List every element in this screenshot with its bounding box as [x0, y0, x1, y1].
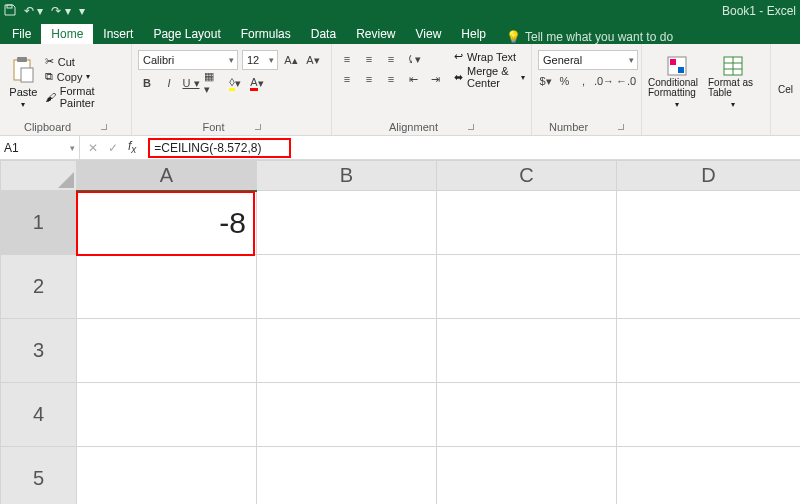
- group-styles: Conditional Formatting ▾ Format as Table…: [642, 44, 770, 135]
- name-box[interactable]: A1: [0, 136, 80, 159]
- align-center-icon[interactable]: ≡: [360, 70, 378, 88]
- row-header-3[interactable]: 3: [1, 319, 77, 383]
- cell-c1[interactable]: [437, 191, 617, 255]
- tab-page-layout[interactable]: Page Layout: [143, 24, 230, 44]
- merge-label: Merge & Center: [467, 65, 517, 89]
- launcher-icon[interactable]: [101, 124, 107, 130]
- tell-me[interactable]: 💡 Tell me what you want to do: [506, 30, 673, 44]
- launcher-icon[interactable]: [255, 124, 261, 130]
- save-icon[interactable]: [4, 4, 16, 19]
- align-bottom-icon[interactable]: ≡: [382, 50, 400, 68]
- tab-insert[interactable]: Insert: [93, 24, 143, 44]
- indent-inc-icon[interactable]: ⇥: [426, 70, 444, 88]
- spreadsheet-grid[interactable]: A B C D 1 -8 2 3 4 5: [0, 160, 800, 504]
- undo-icon[interactable]: ↶ ▾: [24, 4, 43, 18]
- italic-button[interactable]: I: [160, 74, 178, 92]
- row-header-1[interactable]: 1: [1, 191, 77, 255]
- cell-a5[interactable]: [77, 447, 257, 505]
- percent-icon[interactable]: %: [557, 72, 572, 90]
- merge-center-button[interactable]: ⬌Merge & Center▾: [454, 65, 525, 89]
- wrap-text-button[interactable]: ↩Wrap Text: [454, 50, 525, 63]
- cell-d3[interactable]: [617, 319, 801, 383]
- cell-c3[interactable]: [437, 319, 617, 383]
- tab-help[interactable]: Help: [451, 24, 496, 44]
- copy-button[interactable]: ⧉Copy▾: [45, 70, 125, 83]
- copy-icon: ⧉: [45, 70, 53, 83]
- cell-b5[interactable]: [257, 447, 437, 505]
- conditional-label: Conditional Formatting: [648, 78, 706, 98]
- bold-button[interactable]: B: [138, 74, 156, 92]
- format-painter-button[interactable]: 🖌Format Painter: [45, 85, 125, 109]
- cut-button[interactable]: ✂Cut: [45, 55, 125, 68]
- cell-d2[interactable]: [617, 255, 801, 319]
- col-header-a[interactable]: A: [77, 161, 257, 191]
- launcher-icon[interactable]: [468, 124, 474, 130]
- col-header-b[interactable]: B: [257, 161, 437, 191]
- cell-b4[interactable]: [257, 383, 437, 447]
- svg-rect-0: [7, 5, 12, 8]
- tab-file[interactable]: File: [2, 24, 41, 44]
- border-button[interactable]: ▦ ▾: [204, 74, 222, 92]
- cell-b2[interactable]: [257, 255, 437, 319]
- currency-icon[interactable]: $▾: [538, 72, 553, 90]
- tab-data[interactable]: Data: [301, 24, 346, 44]
- align-right-icon[interactable]: ≡: [382, 70, 400, 88]
- group-clipboard-label: Clipboard: [24, 121, 71, 133]
- cell-c5[interactable]: [437, 447, 617, 505]
- select-all-corner[interactable]: [1, 161, 77, 191]
- cell-a4[interactable]: [77, 383, 257, 447]
- align-left-icon[interactable]: ≡: [338, 70, 356, 88]
- col-header-c[interactable]: C: [437, 161, 617, 191]
- align-middle-icon[interactable]: ≡: [360, 50, 378, 68]
- cell-a3[interactable]: [77, 319, 257, 383]
- conditional-formatting-button[interactable]: Conditional Formatting ▾: [648, 46, 706, 118]
- group-font: Calibri 12 A▴ A▾ B I U ▾ ▦ ▾ ◊▾ A▾ Font: [132, 44, 332, 135]
- increase-font-icon[interactable]: A▴: [282, 51, 300, 69]
- cell-c2[interactable]: [437, 255, 617, 319]
- paste-button[interactable]: Paste ▾: [6, 46, 41, 118]
- svg-rect-2: [17, 57, 27, 62]
- row-header-4[interactable]: 4: [1, 383, 77, 447]
- cell-b3[interactable]: [257, 319, 437, 383]
- fill-color-button[interactable]: ◊▾: [226, 74, 244, 92]
- font-color-button[interactable]: A▾: [248, 74, 266, 92]
- indent-dec-icon[interactable]: ⇤: [404, 70, 422, 88]
- cell-b1[interactable]: [257, 191, 437, 255]
- cell-d5[interactable]: [617, 447, 801, 505]
- comma-icon[interactable]: ,: [576, 72, 591, 90]
- orientation-icon[interactable]: ⤹▾: [404, 50, 422, 68]
- cell-d4[interactable]: [617, 383, 801, 447]
- increase-decimal-icon[interactable]: .0→: [595, 72, 613, 90]
- tab-review[interactable]: Review: [346, 24, 405, 44]
- enter-icon[interactable]: ✓: [108, 141, 118, 155]
- conditional-icon: [667, 56, 687, 76]
- cell-d1[interactable]: [617, 191, 801, 255]
- cell-a1[interactable]: -8: [77, 191, 257, 255]
- font-size-dropdown[interactable]: 12: [242, 50, 278, 70]
- tab-formulas[interactable]: Formulas: [231, 24, 301, 44]
- cell-c4[interactable]: [437, 383, 617, 447]
- format-painter-label: Format Painter: [60, 85, 125, 109]
- col-header-d[interactable]: D: [617, 161, 801, 191]
- font-family-value: Calibri: [143, 54, 174, 66]
- decrease-font-icon[interactable]: A▾: [304, 51, 322, 69]
- cancel-icon[interactable]: ✕: [88, 141, 98, 155]
- fx-icon[interactable]: fx: [128, 139, 136, 155]
- row-header-2[interactable]: 2: [1, 255, 77, 319]
- cell-styles-partial[interactable]: Cel: [770, 44, 800, 135]
- font-family-dropdown[interactable]: Calibri: [138, 50, 238, 70]
- redo-icon[interactable]: ↷ ▾: [51, 4, 70, 18]
- decrease-decimal-icon[interactable]: ←.0: [617, 72, 635, 90]
- format-as-table-button[interactable]: Format as Table ▾: [708, 46, 758, 118]
- formula-input[interactable]: =CEILING(-8.572,8): [144, 136, 800, 159]
- qat-customize-icon[interactable]: ▾: [79, 4, 85, 18]
- launcher-icon[interactable]: [618, 124, 624, 130]
- underline-button[interactable]: U ▾: [182, 74, 200, 92]
- tab-view[interactable]: View: [406, 24, 452, 44]
- chevron-down-icon: ▾: [21, 100, 25, 109]
- align-top-icon[interactable]: ≡: [338, 50, 356, 68]
- tab-home[interactable]: Home: [41, 24, 93, 44]
- row-header-5[interactable]: 5: [1, 447, 77, 505]
- number-format-dropdown[interactable]: General: [538, 50, 638, 70]
- cell-a2[interactable]: [77, 255, 257, 319]
